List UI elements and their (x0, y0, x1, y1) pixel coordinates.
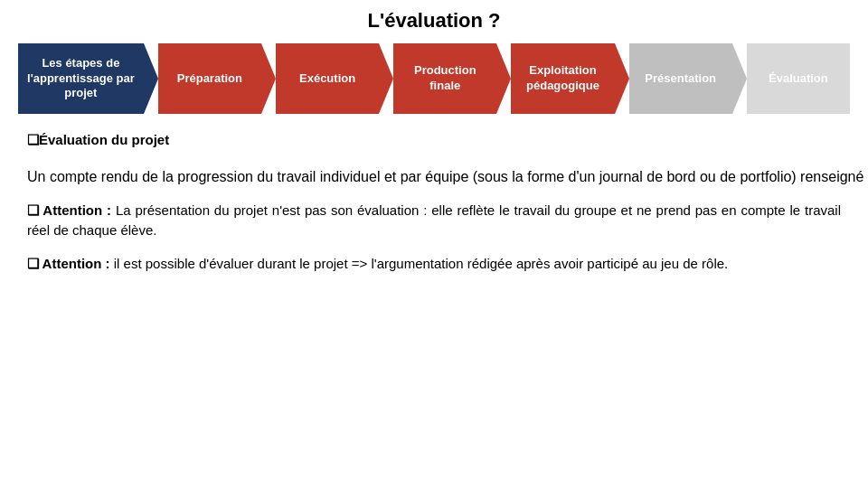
step-execution-label: Exécution (299, 71, 355, 87)
step-etapes-label: Les étapes de l'apprentissage par projet (25, 56, 137, 102)
step-exploitation-label: Exploitation pédagogique (518, 63, 607, 94)
step-evaluation-label: Évaluation (769, 71, 828, 87)
step-presentation-label: Présentation (645, 71, 716, 87)
arrow-5 (615, 43, 629, 114)
paragraph1-text: Un compte rendu de la progression du tra… (27, 166, 868, 188)
attention2-text: il est possible d'évaluer durant le proj… (114, 256, 728, 271)
evaluation-heading: ❑Évaluation du projet (27, 130, 841, 151)
content-area: ❑Évaluation du projet Un compte rendu de… (18, 130, 850, 274)
step-preparation: Préparation (158, 43, 261, 114)
step-exploitation: Exploitation pédagogique (511, 43, 614, 114)
step-preparation-label: Préparation (177, 71, 242, 87)
arrow-2 (261, 43, 276, 114)
step-production-label: Production finale (401, 63, 489, 94)
paragraph1-item: Un compte rendu de la progression du tra… (27, 165, 841, 188)
attention2-content: ❑ Attention : il est possible d'évaluer … (27, 254, 728, 275)
step-execution: Exécution (276, 43, 379, 114)
page-title: L'évaluation ? (18, 9, 850, 33)
arrow-3 (379, 43, 393, 114)
arrow-4 (496, 43, 511, 114)
steps-row: Les étapes de l'apprentissage par projet… (18, 43, 850, 114)
arrow-1 (144, 43, 158, 114)
arrow-6 (732, 43, 747, 114)
attention2-item: ❑ Attention : il est possible d'évaluer … (27, 254, 841, 275)
step-production: Production finale (393, 43, 496, 114)
step-etapes: Les étapes de l'apprentissage par projet (18, 43, 144, 114)
attention1-item: ❑ Attention : La présentation du projet … (27, 201, 841, 241)
attention2-prefix: ❑ Attention : (27, 256, 114, 271)
attention1-text: La présentation du projet n'est pas son … (27, 202, 841, 239)
attention1-content: ❑ Attention : La présentation du projet … (27, 201, 841, 241)
step-presentation: Présentation (629, 43, 732, 114)
attention1-prefix: ❑ Attention : (27, 202, 116, 218)
step-evaluation: Évaluation (747, 43, 850, 114)
